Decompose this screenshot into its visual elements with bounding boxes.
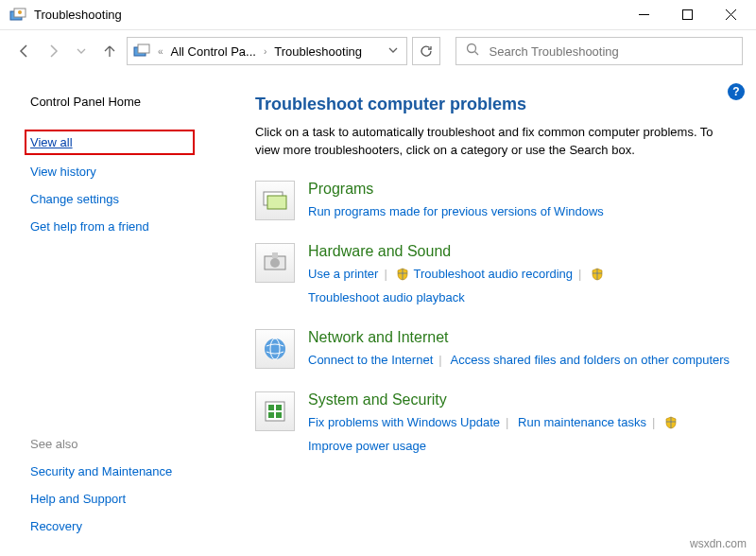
category-link[interactable]: Fix problems with Windows Update	[308, 415, 500, 429]
category: Network and Internet Connect to the Inte…	[255, 329, 733, 371]
category-link[interactable]: Use a printer	[308, 267, 378, 281]
svg-point-14	[270, 258, 280, 268]
category: System and Security Fix problems with Wi…	[255, 391, 733, 457]
category-icon[interactable]	[255, 243, 295, 283]
search-input[interactable]	[490, 44, 733, 59]
category-title[interactable]: Network and Internet	[308, 329, 733, 346]
separator: |	[652, 415, 655, 429]
shield-icon	[396, 267, 409, 287]
separator: |	[506, 415, 508, 429]
svg-rect-15	[272, 252, 278, 258]
category-links: Use a printer| Troubleshoot audio record…	[308, 264, 733, 308]
main-content: Troubleshoot computer problems Click on …	[227, 72, 756, 556]
chevron-left-icon: «	[155, 46, 166, 57]
category-link[interactable]: Improve power usage	[308, 439, 426, 453]
separator: |	[384, 267, 387, 281]
up-button[interactable]	[98, 40, 121, 62]
shield-icon	[591, 267, 604, 287]
category-link[interactable]: Troubleshoot audio recording	[413, 267, 573, 281]
svg-point-2	[18, 10, 22, 14]
back-button[interactable]	[13, 40, 36, 62]
address-bar[interactable]: « All Control Pa... › Troubleshooting	[127, 37, 407, 65]
category-icon[interactable]	[255, 181, 295, 220]
title-bar: Troubleshooting	[0, 0, 756, 30]
highlight-box: View all	[25, 130, 195, 155]
category-icon[interactable]	[255, 391, 295, 431]
search-box[interactable]	[455, 37, 744, 65]
seealso-recovery[interactable]: Recovery	[30, 519, 208, 533]
svg-rect-8	[138, 44, 149, 53]
recent-dropdown[interactable]	[70, 40, 93, 62]
seealso-security[interactable]: Security and Maintenance	[30, 464, 208, 478]
category-link[interactable]: Connect to the Internet	[308, 353, 433, 367]
category-link[interactable]: Access shared files and folders on other…	[451, 353, 730, 367]
location-icon	[133, 43, 150, 60]
category-links: Run programs made for previous versions …	[308, 201, 733, 222]
chevron-right-icon: ›	[261, 46, 269, 57]
svg-rect-12	[267, 196, 286, 209]
close-button[interactable]	[709, 0, 752, 30]
svg-rect-22	[276, 412, 282, 418]
sidebar-link-view-all[interactable]: View all	[30, 135, 183, 149]
svg-rect-20	[276, 405, 282, 410]
category: Hardware and Sound Use a printer| Troubl…	[255, 243, 733, 308]
sidebar: Control Panel Home View all View history…	[0, 72, 227, 556]
page-description: Click on a task to automatically trouble…	[255, 124, 728, 160]
search-icon	[466, 43, 480, 60]
maximize-button[interactable]	[665, 0, 709, 30]
separator: |	[578, 267, 581, 281]
breadcrumb-item[interactable]: Troubleshooting	[274, 44, 362, 59]
sidebar-heading[interactable]: Control Panel Home	[30, 95, 208, 109]
category-title[interactable]: Programs	[308, 181, 733, 198]
category-link[interactable]: Troubleshoot audio playback	[308, 290, 465, 304]
category-link[interactable]: Run maintenance tasks	[518, 415, 646, 429]
watermark: wsxdn.com	[690, 537, 747, 550]
svg-rect-19	[268, 405, 274, 410]
svg-point-16	[265, 339, 285, 359]
seealso-heading: See also	[30, 437, 208, 451]
svg-point-9	[467, 44, 475, 53]
forward-button[interactable]	[42, 40, 64, 62]
chevron-down-icon[interactable]	[386, 45, 401, 57]
breadcrumb-item[interactable]: All Control Pa...	[171, 44, 256, 59]
category-links: Connect to the Internet| Access shared f…	[308, 350, 733, 371]
svg-line-10	[474, 52, 478, 56]
category-title[interactable]: Hardware and Sound	[308, 243, 733, 260]
minimize-button[interactable]	[622, 0, 665, 30]
category: Programs Run programs made for previous …	[255, 181, 733, 222]
sidebar-link-get-help[interactable]: Get help from a friend	[30, 219, 208, 234]
seealso-help[interactable]: Help and Support	[30, 492, 208, 506]
navigation-bar: « All Control Pa... › Troubleshooting	[0, 30, 756, 72]
help-icon[interactable]: ?	[728, 83, 745, 100]
category-title[interactable]: System and Security	[308, 391, 733, 408]
category-link[interactable]: Run programs made for previous versions …	[308, 204, 604, 218]
sidebar-link-change-settings[interactable]: Change settings	[30, 192, 208, 206]
shield-icon	[664, 415, 678, 436]
sidebar-link-view-history[interactable]: View history	[30, 165, 208, 179]
svg-rect-21	[268, 412, 274, 418]
page-title: Troubleshoot computer problems	[255, 95, 733, 114]
app-icon	[9, 7, 26, 24]
window-title: Troubleshooting	[34, 8, 622, 22]
refresh-button[interactable]	[412, 37, 440, 65]
category-icon[interactable]	[255, 329, 295, 369]
category-links: Fix problems with Windows Update| Run ma…	[308, 412, 733, 457]
svg-rect-4	[682, 10, 692, 20]
separator: |	[438, 353, 441, 367]
